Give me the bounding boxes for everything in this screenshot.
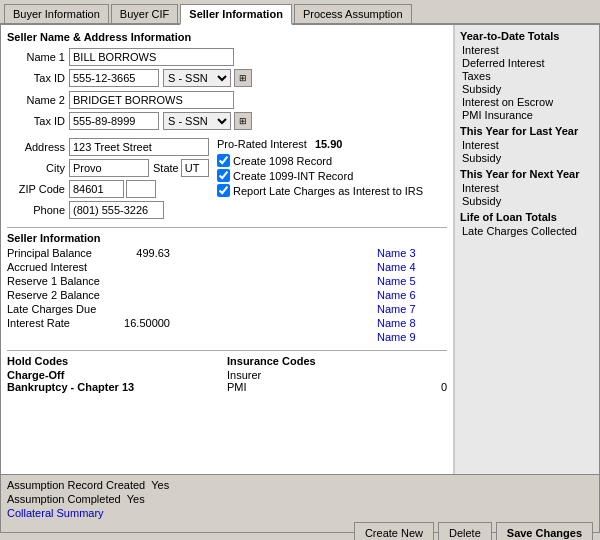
ytd-subsidy: Subsidy — [460, 83, 594, 95]
bankruptcy-item: Bankruptcy - Chapter 13 — [7, 381, 227, 393]
name1-input[interactable] — [69, 48, 234, 66]
late-charges-row: Late Charges Due — [7, 303, 377, 315]
taxid1-label: Tax ID — [7, 72, 65, 84]
zip-input[interactable] — [69, 180, 124, 198]
name2-label: Name 2 — [7, 94, 65, 106]
address-label: Address — [7, 141, 65, 153]
principal-balance-label: Principal Balance — [7, 247, 115, 259]
address-input[interactable] — [69, 138, 209, 156]
delete-button[interactable]: Delete — [438, 522, 492, 540]
ytd-interest-on-escrow: Interest on Escrow — [460, 96, 594, 108]
pmi-label: PMI — [227, 381, 247, 393]
lol-late-charges: Late Charges Collected — [460, 225, 594, 237]
zip-row: ZIP Code — [7, 180, 209, 198]
late-charges-label: Late Charges Due — [7, 303, 115, 315]
ytd-title: Year-to-Date Totals — [460, 30, 594, 42]
assumption-completed-value: Yes — [127, 493, 145, 505]
assumption-record-label: Assumption Record Created — [7, 479, 145, 491]
name8-link[interactable]: Name 8 — [377, 317, 447, 329]
accrued-interest-value — [115, 261, 170, 273]
taxid1-input[interactable] — [69, 69, 159, 87]
interest-rate-value: 16.50000 — [115, 317, 170, 329]
reserve1-balance-value — [115, 275, 170, 287]
tab-buyer-cif[interactable]: Buyer CIF — [111, 4, 179, 23]
phone-input[interactable] — [69, 201, 164, 219]
seller-info-title: Seller Information — [7, 232, 447, 244]
name6-link[interactable]: Name 6 — [377, 289, 447, 301]
ytd-next-interest: Interest — [460, 182, 594, 194]
pmi-value: 0 — [441, 381, 447, 393]
ytd-last-title: This Year for Last Year — [460, 125, 594, 137]
name4-link[interactable]: Name 4 — [377, 261, 447, 273]
phone-row: Phone — [7, 201, 209, 219]
late-charges-value — [115, 303, 170, 315]
zip2-input[interactable] — [126, 180, 156, 198]
cb1-checkbox[interactable] — [217, 154, 230, 167]
grid-icon-1[interactable]: ⊞ — [234, 69, 252, 87]
hold-codes-title: Hold Codes — [7, 355, 227, 367]
cb3-row: Report Late Charges as Interest to IRS — [217, 184, 423, 197]
tab-process-assumption[interactable]: Process Assumption — [294, 4, 412, 23]
phone-label: Phone — [7, 204, 65, 216]
pro-rated-label: Pro-Rated Interest — [217, 138, 307, 150]
name5-link[interactable]: Name 5 — [377, 275, 447, 287]
taxid2-input[interactable] — [69, 112, 159, 130]
city-state-row: City State — [7, 159, 209, 177]
pro-rated-row: Pro-Rated Interest 15.90 — [217, 138, 423, 150]
name1-row: Name 1 — [7, 48, 447, 66]
ytd-deferred-interest: Deferred Interest — [460, 57, 594, 69]
principal-balance-row: Principal Balance 499.63 — [7, 247, 377, 259]
taxid2-label: Tax ID — [7, 115, 65, 127]
state-input[interactable] — [181, 159, 209, 177]
name9-link[interactable]: Name 9 — [377, 331, 447, 343]
reserve2-balance-value — [115, 289, 170, 301]
insurance-codes-title: Insurance Codes — [227, 355, 447, 367]
reserve1-balance-label: Reserve 1 Balance — [7, 275, 115, 287]
save-changes-button[interactable]: Save Changes — [496, 522, 593, 540]
ytd-interest: Interest — [460, 44, 594, 56]
ytd-next-title: This Year for Next Year — [460, 168, 594, 180]
taxid2-type[interactable]: S - SSN — [163, 112, 231, 130]
create-new-button[interactable]: Create New — [354, 522, 434, 540]
section-seller-name: Seller Name & Address Information — [7, 31, 447, 43]
cb3-checkbox[interactable] — [217, 184, 230, 197]
cb2-checkbox[interactable] — [217, 169, 230, 182]
assumption-record-row: Assumption Record Created Yes — [7, 479, 169, 491]
ytd-pmi-insurance: PMI Insurance — [460, 109, 594, 121]
reserve2-balance-label: Reserve 2 Balance — [7, 289, 115, 301]
assumption-completed-label: Assumption Completed — [7, 493, 121, 505]
taxid1-row: Tax ID S - SSN ⊞ — [7, 69, 447, 87]
ytd-next-subsidy: Subsidy — [460, 195, 594, 207]
tab-buyer-info[interactable]: Buyer Information — [4, 4, 109, 23]
ytd-last-interest: Interest — [460, 139, 594, 151]
name3-link[interactable]: Name 3 — [377, 247, 447, 259]
tab-bar: Buyer Information Buyer CIF Seller Infor… — [0, 0, 600, 25]
name2-input[interactable] — [69, 91, 234, 109]
name1-label: Name 1 — [7, 51, 65, 63]
reserve1-balance-row: Reserve 1 Balance — [7, 275, 377, 287]
ytd-taxes: Taxes — [460, 70, 594, 82]
accrued-interest-row: Accrued Interest — [7, 261, 377, 273]
cb1-label: Create 1098 Record — [233, 155, 332, 167]
zip-label: ZIP Code — [7, 183, 65, 195]
reserve2-balance-row: Reserve 2 Balance — [7, 289, 377, 301]
city-input[interactable] — [69, 159, 149, 177]
cb3-label: Report Late Charges as Interest to IRS — [233, 185, 423, 197]
cb1-row: Create 1098 Record — [217, 154, 423, 167]
collateral-summary: Collateral Summary — [7, 507, 169, 519]
tab-seller-info[interactable]: Seller Information — [180, 4, 292, 25]
charge-off-item: Charge-Off — [7, 369, 227, 381]
interest-rate-row: Interest Rate 16.50000 — [7, 317, 377, 329]
grid-icon-2[interactable]: ⊞ — [234, 112, 252, 130]
name7-link[interactable]: Name 7 — [377, 303, 447, 315]
city-label: City — [7, 162, 65, 174]
name2-row: Name 2 — [7, 91, 447, 109]
insurer-row: Insurer — [227, 369, 447, 381]
cb2-label: Create 1099-INT Record — [233, 170, 353, 182]
interest-rate-label: Interest Rate — [7, 317, 115, 329]
taxid1-type[interactable]: S - SSN — [163, 69, 231, 87]
accrued-interest-label: Accrued Interest — [7, 261, 115, 273]
assumption-completed-row: Assumption Completed Yes — [7, 493, 169, 505]
lol-title: Life of Loan Totals — [460, 211, 594, 223]
principal-balance-value: 499.63 — [115, 247, 170, 259]
